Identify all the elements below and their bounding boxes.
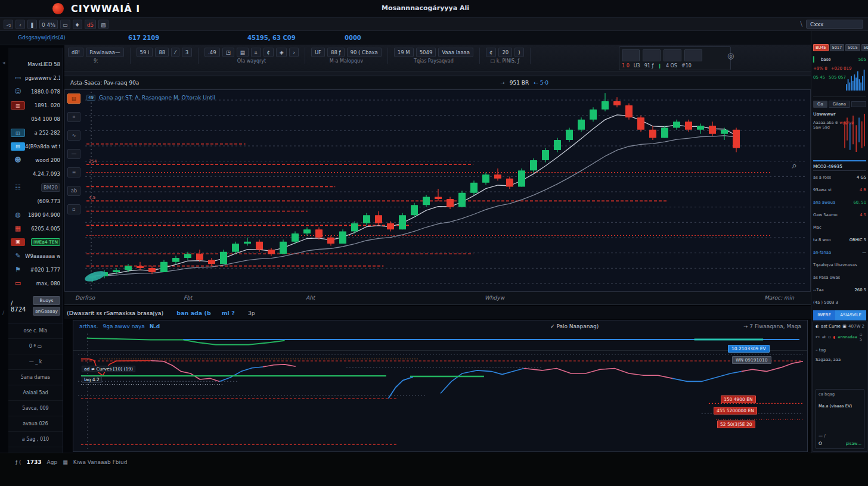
oscillator-source[interactable]: N.d [150, 323, 160, 329]
toolbar-button-1-2[interactable]: ⁄ [171, 48, 179, 57]
filter-input[interactable] [851, 101, 866, 107]
equity-line-canvas[interactable] [78, 334, 803, 349]
toolbar-button-4-2[interactable]: Vaaa laaaa [438, 48, 473, 57]
order-tool-icon-2[interactable]: ▫ [828, 335, 831, 339]
chart-value-link[interactable]: 951 BR [510, 80, 529, 86]
toolbar-button-1-0[interactable]: 59 i [137, 48, 153, 57]
account-link[interactable]: Gdsgsaywjdjds(4) [18, 35, 66, 40]
order-tab-2[interactable]: 5015 [845, 44, 860, 51]
watchlist-row-3[interactable]: Oaw 5aamo4 5 [813, 208, 866, 221]
sidebar-item-12[interactable]: ▦6205.4.005 [8, 222, 63, 235]
toolbar-button-3-0[interactable]: UF [311, 48, 325, 57]
eraser-tool-button[interactable]: ▫ [67, 204, 80, 214]
chart-thumbnail-0[interactable] [622, 49, 640, 61]
watchlist-row-8[interactable]: as Pasa owas [813, 271, 866, 284]
sidebar-item-2[interactable]: ☺1880.0-078 [8, 85, 63, 98]
symbol-list-item-1[interactable]: 0 ª ▭ [8, 339, 63, 354]
toolbar-button-2-3[interactable]: ⌗ [251, 48, 261, 57]
sidebar-footer-button-0[interactable]: Buoys [33, 296, 60, 305]
chart-thumbnail-3[interactable] [684, 49, 702, 61]
primary-action-button[interactable]: IWERE [813, 310, 835, 320]
symbol-list-item-5[interactable]: 5avca, 009 [8, 401, 63, 416]
sidebar-item-8[interactable]: •4.24.7.093 [8, 167, 63, 180]
sidebar-item-4[interactable]: •054 100 08 [8, 112, 63, 126]
sidebar-item-9[interactable]: ☷BM20 [8, 180, 63, 194]
price-chart-canvas[interactable]: 2544.5 [83, 91, 810, 291]
watchlist-row-1[interactable]: 93awa vi4 B [813, 183, 866, 196]
menu-button-5[interactable]: ♦ [73, 20, 82, 29]
sidebar-item-16[interactable]: ▭max, 080 [8, 276, 63, 290]
toolbar-button-2-0[interactable]: .49 [204, 48, 220, 57]
toolbar-button-2-5[interactable]: ◈ [276, 48, 287, 57]
panel-settings-link[interactable]: ⇢ 7 Fiwaaqana, Maqa [743, 323, 801, 329]
toolbar-button-1-3[interactable]: 3 [182, 48, 192, 57]
auto-reload-toggle[interactable]: ✓ Palo Naapanag) [550, 323, 599, 329]
symbol-list-item-0[interactable]: ose c. Mia [8, 323, 63, 339]
order-tool-icon-1[interactable]: ⇄ [822, 335, 826, 339]
window-restore-icon[interactable]: ⧹ [800, 20, 802, 28]
watchlist-row-0[interactable]: as a ross4 G5 [813, 171, 866, 183]
toolbar-button-2-4[interactable]: ¢ [264, 48, 274, 57]
symbol-list-item-7[interactable]: a 5ag , 010 [8, 432, 63, 447]
moon-icon[interactable]: ◐ [816, 324, 819, 329]
collapsed-panel-strip[interactable] [64, 71, 811, 76]
toolbar-button-2-6[interactable]: › [289, 48, 298, 57]
symbol-list-item-3[interactable]: 5ana damas [8, 370, 63, 385]
toolbar-button-1-1[interactable]: 88 [155, 48, 169, 57]
symbol-list-item-2[interactable]: — _ k [8, 354, 63, 370]
trendline-tool-button[interactable]: ∿ [67, 130, 80, 141]
indicator-link-1[interactable]: ml ? [222, 310, 235, 316]
fib-tool-button[interactable]: ≡ [67, 167, 80, 177]
sidebar-item-6[interactable]: ▤4(B9a8da wt ta [8, 139, 63, 153]
order-tab-3[interactable]: 5004 [861, 44, 868, 51]
crosshair-tool-button[interactable]: ⌗ [67, 112, 80, 122]
oscillator-name[interactable]: arthas. [79, 323, 98, 329]
text-tool-button[interactable]: ab [67, 186, 80, 196]
toolbar-button-3-2[interactable]: 90 ( Cbaxa [347, 48, 382, 57]
watchlist-row-5[interactable]: ta 8 wooOBHIC 5 [813, 233, 866, 246]
order-tab-0[interactable]: BU45 [813, 44, 829, 51]
toolbar-button-0-1[interactable]: Rawlawaa— [86, 48, 123, 57]
toolbar-button-2-1[interactable]: ◳ [222, 48, 234, 57]
sidebar-footer-button-1[interactable]: anGaaaay [33, 307, 60, 316]
sidebar-item-15[interactable]: ⚑#020 1.777 [8, 263, 63, 276]
toolbar-button-4-1[interactable]: 5049 [416, 48, 436, 57]
watchlist-row-9[interactable]: --7aa260 5 [813, 284, 866, 296]
sidebar-item-14[interactable]: ✎W9aaaaaaa wa 9aa [8, 249, 63, 263]
buy-marker-button[interactable]: ▤ [67, 94, 80, 104]
chart-thumbnail-2[interactable] [664, 49, 681, 61]
magnifier-icon[interactable]: ⌕ [792, 160, 797, 171]
chart-range-link[interactable]: ⇠ 5·0 [534, 80, 548, 86]
symbol-list-item-4[interactable]: Aaiaal 5ad [8, 385, 63, 401]
hline-tool-button[interactable]: ― [67, 149, 80, 159]
account-tab-0[interactable]: Ga [813, 101, 827, 108]
divider-handle-icon[interactable]: ∕ [2, 310, 4, 316]
order-tool-icon-0[interactable]: ⊷ [816, 335, 820, 339]
menu-button-0[interactable]: ◅ [4, 20, 13, 29]
watchlist-row-4[interactable]: Mac [813, 221, 866, 233]
toolbar-button-5-2[interactable]: ) [514, 48, 523, 57]
menu-button-3[interactable]: 0 4⅝ [39, 20, 58, 29]
sidebar-item-0[interactable]: •MavsLIED 58 [8, 57, 63, 71]
gear-icon[interactable]: ◎ [727, 51, 734, 60]
menu-button-6[interactable]: d5 [85, 20, 96, 29]
watchlist-row-6[interactable]: an-fanaa— [813, 246, 866, 258]
watchlist-row-7[interactable]: Tqaabqva Ubavnavas [813, 258, 866, 271]
toolbar-button-2-2[interactable]: ▤ [237, 48, 249, 57]
oscillator-params[interactable]: 9ga awwv naya [103, 323, 145, 329]
sidebar-item-1[interactable]: ▭pgswwwrv 2.18-4 [8, 71, 63, 85]
sidebar-item-10[interactable]: •(609.773 [8, 194, 63, 208]
details-link[interactable]: pisaw… [846, 441, 861, 446]
rsi-canvas[interactable] [78, 351, 803, 451]
toolbar-button-0-0[interactable]: d8! [68, 48, 83, 57]
menu-button-4[interactable]: ▭ [60, 20, 70, 29]
search-input[interactable] [806, 20, 863, 29]
toolbar-button-4-0[interactable]: 19 M [394, 48, 414, 57]
time-axis[interactable]: Maroc: min DerfrsoFbtAhtWhdyw [64, 292, 811, 305]
sidebar-item-7[interactable]: ☻wood 200 [8, 153, 63, 167]
sidebar-item-5[interactable]: ◫a 252-282 [8, 126, 63, 139]
account-tab-1[interactable]: Gilana [829, 101, 850, 108]
menu-button-2[interactable]: ❚ [27, 20, 37, 29]
toolbar-button-5-0[interactable]: ¢ [486, 48, 496, 57]
order-tab-1[interactable]: 5017 [830, 44, 845, 51]
